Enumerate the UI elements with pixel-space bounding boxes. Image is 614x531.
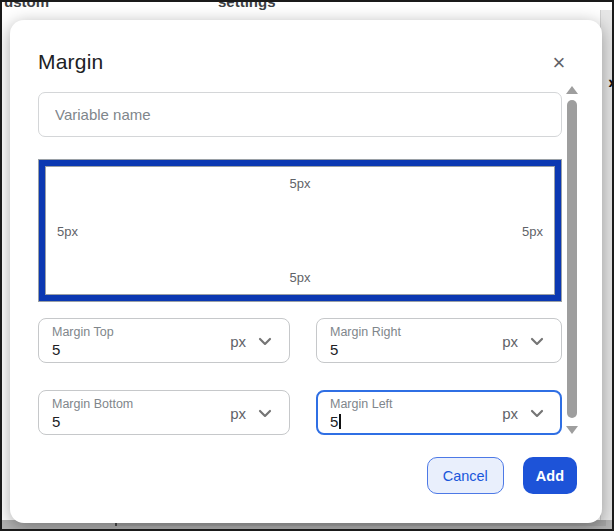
margin-left-label: Margin Left: [330, 397, 393, 411]
scrollbar-thumb[interactable]: [567, 100, 577, 418]
dialog-body: 5px 5px 5px 5px Margin Top 5 px Margin: [10, 92, 566, 435]
chevron-down-icon: [255, 403, 275, 423]
dialog-footer: Cancel Add: [427, 457, 577, 494]
unit-label: px: [230, 405, 246, 422]
scroll-down-arrow[interactable]: [566, 426, 578, 434]
margin-bottom-field[interactable]: Margin Bottom 5 px: [38, 390, 290, 435]
variable-name-input[interactable]: [38, 92, 562, 137]
margin-dialog: Margin × 5px 5px 5px 5px Margin Top 5 px: [10, 20, 602, 523]
add-button[interactable]: Add: [523, 457, 577, 494]
chevron-down-icon: [255, 331, 275, 351]
margin-preview-box: 5px 5px 5px 5px: [38, 159, 562, 302]
background-text-fragment: settings: [218, 0, 276, 10]
preview-right-value: 5px: [522, 223, 543, 238]
margin-bottom-value[interactable]: 5: [52, 413, 133, 430]
dialog-title: Margin: [38, 50, 574, 74]
close-icon[interactable]: ×: [546, 50, 572, 76]
chevron-down-icon: [527, 403, 547, 423]
margin-right-unit-select[interactable]: px: [502, 331, 549, 351]
field-text: Margin Right 5: [330, 325, 401, 358]
margin-fields-grid: Margin Top 5 px Margin Right 5 px: [38, 318, 538, 435]
unit-label: px: [502, 333, 518, 350]
margin-right-value[interactable]: 5: [330, 341, 401, 358]
dialog-header: Margin ×: [10, 20, 602, 92]
cancel-button[interactable]: Cancel: [427, 457, 504, 494]
preview-left-value: 5px: [57, 223, 78, 238]
margin-bottom-unit-select[interactable]: px: [230, 403, 277, 423]
margin-left-value[interactable]: 5: [330, 413, 393, 430]
panel-chevron-icon: ›: [608, 72, 614, 93]
chevron-down-icon: [527, 331, 547, 351]
preview-bottom-value: 5px: [290, 270, 311, 285]
margin-bottom-label: Margin Bottom: [52, 397, 133, 411]
field-text: Margin Bottom 5: [52, 397, 133, 430]
margin-left-field[interactable]: Margin Left 5 px: [316, 390, 562, 435]
margin-right-label: Margin Right: [330, 325, 401, 339]
scroll-up-arrow[interactable]: [566, 86, 578, 94]
unit-label: px: [502, 405, 518, 422]
margin-top-unit-select[interactable]: px: [230, 331, 277, 351]
margin-preview-inner: 5px 5px 5px 5px: [45, 166, 555, 295]
margin-left-value-text: 5: [330, 413, 338, 430]
preview-top-value: 5px: [290, 176, 311, 191]
margin-top-value[interactable]: 5: [52, 341, 114, 358]
text-cursor: [339, 414, 341, 429]
margin-right-field[interactable]: Margin Right 5 px: [316, 318, 562, 363]
unit-label: px: [230, 333, 246, 350]
margin-left-unit-select[interactable]: px: [502, 403, 549, 423]
field-text: Margin Top 5: [52, 325, 114, 358]
margin-top-label: Margin Top: [52, 325, 114, 339]
field-text: Margin Left 5: [330, 397, 393, 430]
background-page-top: ustom settings: [2, 0, 612, 11]
margin-top-field[interactable]: Margin Top 5 px: [38, 318, 290, 363]
dialog-scrollbar[interactable]: [566, 86, 578, 434]
background-text-fragment: ustom: [4, 0, 49, 10]
